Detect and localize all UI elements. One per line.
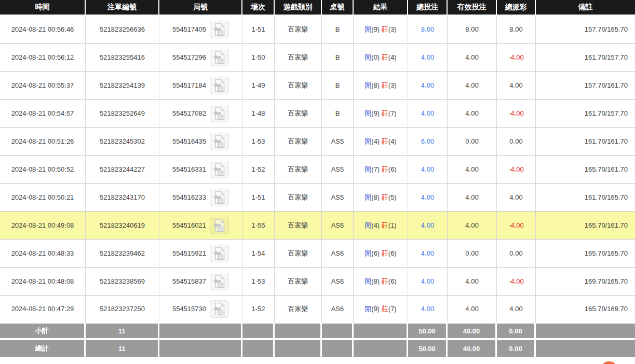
total-bet-cell: 8.00 <box>408 16 448 44</box>
time-cell: 2024-08-21 00:55:37 <box>0 72 86 100</box>
session-cell: 1-53 <box>242 128 275 156</box>
round-number-and-replay: 554517184 <box>172 77 229 94</box>
time-cell: 2024-08-21 00:47:29 <box>0 296 86 324</box>
video-replay-button[interactable] <box>210 105 229 122</box>
table-no-cell: B <box>322 44 354 72</box>
banker-score: (4) <box>388 53 397 61</box>
video-replay-button[interactable] <box>210 189 229 206</box>
banker-label: 莊 <box>382 81 388 89</box>
bet-id-cell: 521823255416 <box>86 44 159 72</box>
player-label: 閒 <box>364 137 371 145</box>
column-header-10: 備註 <box>536 0 635 16</box>
game-type-cell: 百家樂 <box>275 16 322 44</box>
round-number-and-replay: 554517296 <box>172 49 229 66</box>
video-replay-button[interactable] <box>210 245 229 262</box>
round-number-and-replay: 554515837 <box>172 273 229 290</box>
round-number-and-replay: 554516021 <box>172 217 229 234</box>
video-file-icon <box>213 135 226 148</box>
bet-id-cell: 521823254139 <box>86 72 159 100</box>
session-cell: 1-52 <box>242 296 275 324</box>
banker-score: (6) <box>388 277 397 285</box>
video-file-icon <box>213 302 226 316</box>
column-header-9: 總派彩 <box>497 0 536 16</box>
player-label: 閒 <box>364 165 371 173</box>
bet-id-cell: 521823240619 <box>86 212 159 240</box>
session-cell: 1-51 <box>242 16 275 44</box>
total-bet-link[interactable]: 4.00 <box>421 221 434 229</box>
table-row: 2024-08-21 00:50:52521823244227554516331… <box>0 156 635 184</box>
table-no-cell: B <box>322 100 354 128</box>
video-replay-button[interactable] <box>210 161 229 178</box>
time-cell: 2024-08-21 00:48:33 <box>0 240 86 268</box>
video-replay-button[interactable] <box>210 49 229 66</box>
game-type-cell: 百家樂 <box>275 184 322 212</box>
table-no-cell: B <box>322 16 354 44</box>
player-label: 閒 <box>364 221 371 229</box>
player-label: 閒 <box>364 305 371 313</box>
total-bet-link[interactable]: 6.00 <box>421 137 434 145</box>
remark-cell: 161.70/165.70 <box>536 184 635 212</box>
session-cell: 1-55 <box>242 212 275 240</box>
total-bet-link[interactable]: 8.00 <box>421 25 434 33</box>
player-label: 閒 <box>364 193 371 201</box>
video-replay-button[interactable] <box>210 300 229 318</box>
game-type-cell: 百家樂 <box>275 268 322 296</box>
total-bet-cell: 6.00 <box>408 128 448 156</box>
bet-id-cell: 521823256636 <box>86 16 159 44</box>
player-label: 閒 <box>364 53 371 61</box>
round-number-and-replay: 554515921 <box>172 245 229 262</box>
total-payout-cell: -4.00 <box>497 268 536 296</box>
banker-score: (5) <box>388 193 397 201</box>
game-type-cell: 百家樂 <box>275 44 322 72</box>
session-cell: 1-48 <box>242 100 275 128</box>
total-bet-link[interactable]: 4.00 <box>421 165 434 173</box>
bet-records-screen: 時間注單編號局號場次遊戲類別桌號結果總投注有效投注總派彩備註 2024-08-2… <box>0 0 635 364</box>
time-cell: 2024-08-21 00:54:57 <box>0 100 86 128</box>
video-replay-button[interactable] <box>210 21 229 38</box>
round-number: 554515921 <box>172 249 206 257</box>
result-cell: 閒(8) 莊(6) <box>354 268 408 296</box>
table-row: 2024-08-21 00:48:33521823239462554515921… <box>0 240 635 268</box>
round-cell: 554516021 <box>159 212 242 240</box>
remark-cell: 161.70/157.70 <box>536 100 635 128</box>
player-label: 閒 <box>364 109 371 117</box>
round-cell: 554516331 <box>159 156 242 184</box>
valid-bet-cell: 4.00 <box>448 268 497 296</box>
total-bet-cell: 4.00 <box>408 296 448 324</box>
total-payout-cell: -4.00 <box>497 156 536 184</box>
round-number: 554516233 <box>172 193 206 201</box>
banker-score: (1) <box>388 221 397 229</box>
total-bet-link[interactable]: 4.00 <box>421 249 434 257</box>
remark-cell: 165.70/161.70 <box>536 212 635 240</box>
valid-bet-cell: 4.00 <box>448 72 497 100</box>
table-row: 2024-08-21 00:47:29521823237250554515730… <box>0 296 635 324</box>
result-cell: 閒(7) 莊(6) <box>354 156 408 184</box>
table-row: 2024-08-21 00:51:26521823245302554516435… <box>0 128 635 156</box>
video-replay-button[interactable] <box>210 273 229 290</box>
table-row-highlighted: 2024-08-21 00:49:08521823240619554516021… <box>0 212 635 240</box>
total-bet-link[interactable]: 4.00 <box>421 277 434 285</box>
footer-valid-bet: 40.00 <box>448 340 497 357</box>
video-replay-button[interactable] <box>210 133 229 150</box>
total-bet-link[interactable]: 4.00 <box>421 109 434 117</box>
total-bet-link[interactable]: 4.00 <box>421 305 434 313</box>
valid-bet-cell: 4.00 <box>448 100 497 128</box>
total-bet-link[interactable]: 4.00 <box>421 193 434 201</box>
round-number-and-replay: 554516233 <box>172 189 229 206</box>
total-bet-link[interactable]: 4.00 <box>421 81 434 89</box>
session-cell: 1-54 <box>242 240 275 268</box>
footer-count: 11 <box>86 340 159 357</box>
floating-action-button[interactable] <box>600 361 618 364</box>
footer-valid-bet: 40.00 <box>448 324 497 340</box>
column-header-5: 桌號 <box>322 0 354 16</box>
round-cell: 554515837 <box>159 268 242 296</box>
video-file-icon <box>213 219 226 232</box>
video-replay-button[interactable] <box>210 77 229 94</box>
total-bet-link[interactable]: 4.00 <box>421 53 434 61</box>
video-file-icon <box>213 107 226 120</box>
video-replay-button[interactable] <box>210 217 229 234</box>
time-cell: 2024-08-21 00:56:12 <box>0 44 86 72</box>
footer-empty-remark <box>536 324 635 340</box>
column-header-7: 總投注 <box>408 0 448 16</box>
banker-label: 莊 <box>382 137 388 145</box>
